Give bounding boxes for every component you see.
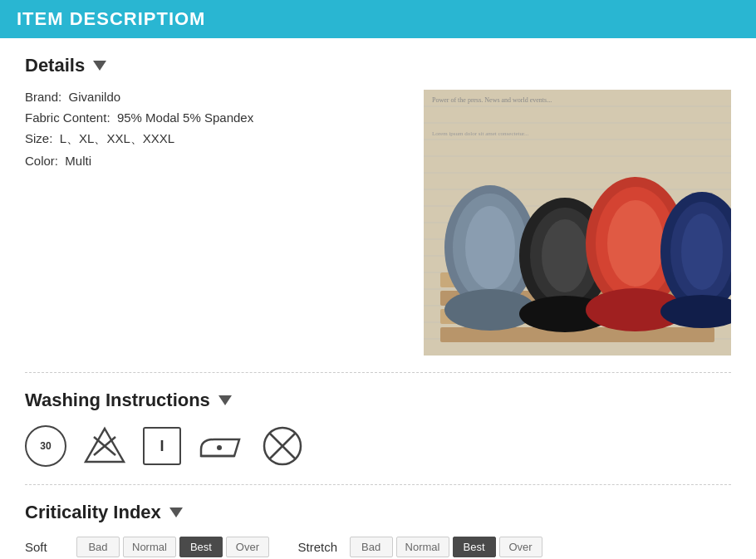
details-section-header: Details [25,55,731,76]
criticality-section-header: Criticality Index [25,502,731,523]
brand-field: Brand: Givanildo [25,90,399,104]
size-field: Size: L、XL、XXL、XXXL [25,131,399,147]
svg-text:Lorem ipsum dolor sit amet con: Lorem ipsum dolor sit amet consectetur..… [432,130,529,137]
soft-row: Soft Bad Normal Best Over [25,537,273,557]
criticality-col-left: Soft Bad Normal Best Over Breath Bad Nor… [25,537,273,559]
details-layout: Brand: Givanildo Fabric Content: 95% Mod… [25,90,731,356]
soft-over-btn[interactable]: Over [226,537,269,557]
iron-icon [198,426,244,466]
soft-bad-btn[interactable]: Bad [76,537,120,557]
details-title: Details [25,55,85,76]
wash-30-icon: 30 [25,425,66,467]
divider-2 [25,484,731,485]
criticality-col-right: Stretch Bad Normal Best Over Thick Thin … [298,537,542,559]
stretch-bad-btn[interactable]: Bad [350,537,393,557]
svg-point-42 [217,445,222,450]
fabric-field: Fabric Content: 95% Modal 5% Spandex [25,110,399,125]
soft-normal-btn[interactable]: Normal [123,537,176,557]
divider-1 [25,372,731,373]
criticality-chevron-icon[interactable] [169,508,183,517]
product-image: Power of the press. News and world event… [424,90,731,356]
soft-label: Soft [25,540,73,554]
details-chevron-icon[interactable] [93,61,106,71]
page-header: ITEM DESCRIPTIOM [0,0,756,38]
stretch-over-btn[interactable]: Over [499,537,542,557]
washing-chevron-icon[interactable] [218,395,232,405]
washing-title: Washing Instructions [25,390,210,411]
washing-icons: 30 I [25,424,731,468]
soft-best-btn[interactable]: Best [179,537,223,557]
svg-point-30 [607,200,664,287]
stretch-label: Stretch [298,540,346,554]
washing-section-header: Washing Instructions [25,390,731,411]
no-tumble-icon [261,424,304,468]
stretch-best-btn[interactable]: Best [453,537,496,557]
dry-clean-icon: I [143,427,181,465]
color-field: Color: Multi [25,154,399,168]
svg-point-34 [681,213,723,290]
stretch-row: Stretch Bad Normal Best Over [298,537,542,557]
main-content: Details Brand: Givanildo Fabric Content:… [0,38,756,559]
svg-point-22 [465,206,515,289]
svg-point-26 [542,219,588,292]
no-bleach-icon [83,424,126,468]
svg-text:Power of the press. News and w: Power of the press. News and world event… [432,96,552,104]
criticality-section: Criticality Index Soft Bad Normal Best O… [25,502,731,559]
product-image-svg: Power of the press. News and world event… [424,90,731,356]
page-title: ITEM DESCRIPTIOM [17,8,739,30]
criticality-columns: Soft Bad Normal Best Over Breath Bad Nor… [25,537,731,559]
details-text: Brand: Givanildo Fabric Content: 95% Mod… [25,90,399,356]
criticality-title: Criticality Index [25,502,161,523]
stretch-normal-btn[interactable]: Normal [396,537,449,557]
